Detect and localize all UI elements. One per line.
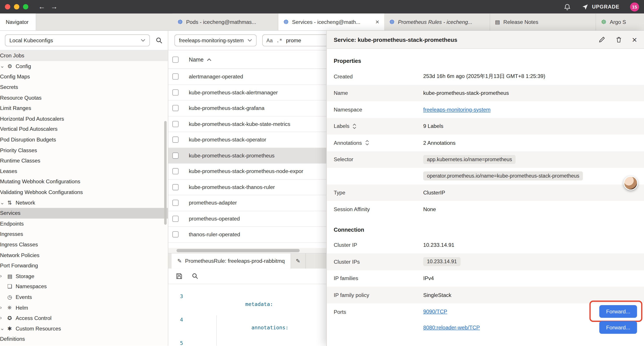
sidebar-item[interactable]: Priority Classes — [0, 145, 168, 155]
sidebar-item[interactable]: Mutating Webhook Configurations — [0, 176, 168, 187]
row-checkbox[interactable] — [172, 152, 178, 159]
notifications-bell-icon[interactable] — [564, 3, 571, 10]
navigator-sidebar: Cron Jobs ⌄ ⚙ Config Config Maps Secrets — [0, 50, 168, 346]
sidebar-item[interactable]: Runtime Classes — [0, 155, 168, 166]
row-checkbox[interactable] — [172, 121, 178, 127]
indent-guide — [216, 315, 217, 346]
maximize-window-button[interactable] — [23, 4, 28, 9]
upgrade-button[interactable]: UPGRADE — [582, 3, 620, 10]
sidebar-item[interactable]: › ⎈ Helm — [0, 303, 168, 313]
custom-resources-icon: ✱ — [8, 326, 16, 332]
sidebar-item[interactable]: Network Policies — [0, 250, 168, 260]
sidebar-item[interactable]: Leases — [0, 166, 168, 177]
row-checkbox[interactable] — [172, 232, 178, 238]
port-link-9090[interactable]: 9090/TCP — [423, 308, 448, 314]
back-icon[interactable]: ← — [36, 3, 48, 11]
sidebar-item-label: Vertical Pod Autoscalers — [0, 126, 58, 132]
search-icon[interactable] — [192, 272, 199, 280]
sidebar-item[interactable]: Definitions — [0, 334, 168, 344]
sidebar-item[interactable]: ◷ Events — [0, 292, 168, 303]
edit-pencil-icon[interactable] — [598, 36, 606, 43]
horizontal-scrollbar-thumb[interactable] — [176, 249, 300, 252]
namespace-link[interactable]: freeleaps-monitoring-system — [423, 106, 490, 113]
sidebar-item[interactable]: › ✪ Access Control — [0, 313, 168, 324]
close-icon[interactable]: × — [632, 35, 637, 44]
row-checkbox[interactable] — [172, 105, 178, 111]
row-checkbox[interactable] — [172, 200, 178, 206]
tab[interactable]: ▤ Release Notes — [490, 13, 596, 30]
tab[interactable]: ☸ Prometheus Rules - icecheng... — [384, 13, 490, 30]
minimize-window-button[interactable] — [14, 4, 19, 9]
editor-tab-partial[interactable]: ✎ — [291, 253, 306, 268]
tab[interactable]: ☸ Pods - icecheng@mathmas... — [172, 13, 278, 30]
row-checkbox[interactable] — [172, 74, 178, 80]
sidebar-item[interactable]: ⌄ ⇅ Network — [0, 197, 168, 208]
forward-button-9090[interactable]: Forward... — [599, 305, 637, 318]
chevron-down-icon — [141, 39, 145, 42]
sidebar-item[interactable]: ⌄ ⚙ Config — [0, 61, 168, 71]
chevron-right-icon[interactable]: › — [0, 273, 8, 279]
sidebar-scrollbar[interactable] — [164, 121, 166, 225]
sidebar-item[interactable]: Config Maps — [0, 71, 168, 82]
sidebar-item[interactable]: Services — [0, 208, 168, 218]
sidebar-item[interactable]: Vertical Pod Autoscalers — [0, 124, 168, 134]
session-affinity-value: None — [423, 206, 637, 212]
sidebar-item[interactable]: Secrets — [0, 82, 168, 92]
row-checkbox[interactable] — [172, 137, 178, 143]
close-window-button[interactable] — [5, 4, 10, 9]
row-checkbox[interactable] — [172, 89, 178, 95]
sidebar-item[interactable]: › ▤ Storage — [0, 271, 168, 281]
chevron-right-icon[interactable]: › — [0, 304, 8, 310]
open-tabs: ☸ Pods - icecheng@mathmas... ☸ Services … — [172, 13, 644, 30]
row-checkbox[interactable] — [172, 184, 178, 190]
sidebar-item[interactable]: Cron Jobs — [0, 50, 168, 61]
sidebar-item[interactable]: Horizontal Pod Autoscalers — [0, 113, 168, 124]
notification-count-badge[interactable]: 15 — [630, 2, 639, 11]
sidebar-item[interactable]: Pod Disruption Budgets — [0, 134, 168, 145]
sidebar-item[interactable]: Port Forwarding — [0, 260, 168, 271]
sidebar-item[interactable]: Limit Ranges — [0, 103, 168, 113]
match-case-toggle[interactable]: Aa — [266, 37, 273, 43]
sidebar-item[interactable]: Ingresses — [0, 229, 168, 239]
sidebar-item[interactable]: Endpoints — [0, 218, 168, 229]
properties-heading: Properties — [327, 49, 644, 68]
namespace-selector[interactable]: freeleaps-monitoring-system — [174, 34, 257, 46]
expand-toggle-icon[interactable] — [365, 140, 369, 146]
sidebar-item-label: Priority Classes — [0, 147, 37, 153]
line-number: 5 — [168, 339, 190, 346]
upgrade-label: UPGRADE — [592, 4, 620, 10]
sidebar-item[interactable]: ❏ Namespaces — [0, 281, 168, 292]
close-icon[interactable]: × — [372, 18, 379, 26]
chevron-down-icon[interactable]: ⌄ — [0, 63, 8, 69]
sidebar-item-label: Services — [0, 210, 20, 216]
row-checkbox[interactable] — [172, 168, 178, 174]
sidebar-item-label: Validating Webhook Configurations — [0, 189, 83, 195]
sidebar-item[interactable]: Validating Webhook Configurations — [0, 187, 168, 197]
expand-toggle-icon[interactable] — [352, 123, 357, 129]
sidebar-item[interactable]: ⌄ ✱ Custom Resources — [0, 323, 168, 334]
name-column-header[interactable]: Name — [189, 56, 211, 62]
avatar[interactable] — [624, 176, 638, 190]
regex-toggle[interactable]: .* — [276, 37, 282, 43]
chevron-down-icon[interactable]: ⌄ — [0, 325, 8, 331]
save-icon[interactable] — [176, 272, 182, 280]
select-all-checkbox[interactable] — [172, 56, 178, 62]
kubeconfig-selector[interactable]: Local Kubeconfigs — [5, 34, 150, 46]
port-link-8080[interactable]: 8080:reloader-web/TCP — [423, 324, 480, 330]
tab[interactable]: ☸ Services - icecheng@math... × — [278, 13, 384, 30]
forward-icon[interactable]: → — [48, 3, 60, 11]
delete-trash-icon[interactable] — [615, 36, 622, 43]
sidebar-item[interactable]: Resource Quotas — [0, 92, 168, 103]
sidebar-item[interactable]: Ingress Classes — [0, 239, 168, 250]
search-icon[interactable] — [156, 37, 163, 44]
chevron-right-icon[interactable]: › — [0, 315, 8, 321]
forward-button-8080[interactable]: Forward... — [599, 321, 637, 334]
tab[interactable]: ☸ Argo S — [596, 13, 644, 30]
editor-tab[interactable]: ✎ PrometheusRule: freeleaps-prod-rabbitm… — [172, 253, 291, 268]
navigator-panel-tab[interactable]: Navigator — [0, 13, 36, 30]
sidebar-item-label: Namespaces — [16, 284, 47, 290]
navigator-toolbar: Local Kubeconfigs — [0, 31, 168, 50]
sidebar-item-label: Horizontal Pod Autoscalers — [0, 116, 64, 122]
chevron-down-icon[interactable]: ⌄ — [0, 199, 8, 205]
row-checkbox[interactable] — [172, 216, 178, 222]
